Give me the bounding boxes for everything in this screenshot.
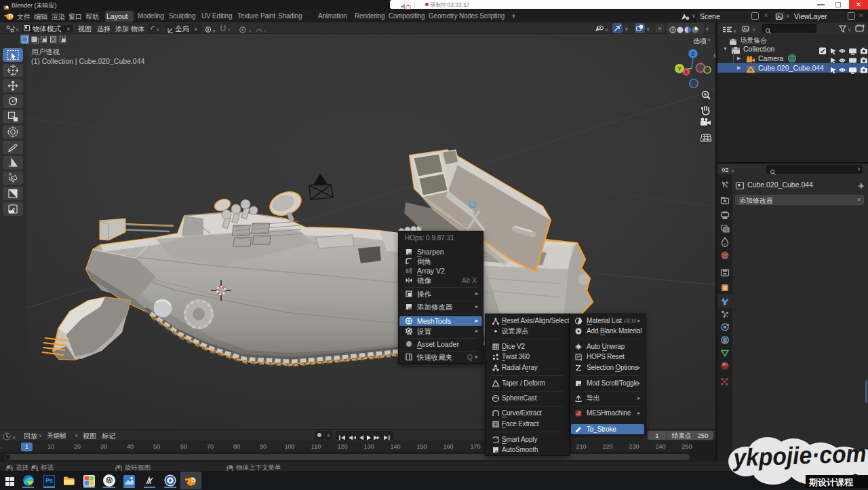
svg-text:∨: ∨ (212, 29, 216, 33)
svg-text:∨: ∨ (733, 29, 736, 33)
svg-text:∨: ∨ (848, 27, 851, 32)
svg-text:∨: ∨ (263, 29, 266, 33)
svg-text:期设计课程: 期设计课程 (808, 477, 854, 487)
svg-text:Y: Y (678, 66, 682, 72)
svg-text:∨: ∨ (731, 168, 734, 173)
svg-text:∨: ∨ (605, 27, 608, 32)
svg-text:∨: ∨ (16, 27, 19, 32)
svg-text:ykpojie·com: ykpojie·com (732, 439, 867, 472)
svg-text:X: X (685, 70, 688, 75)
svg-text:∨: ∨ (156, 27, 159, 32)
svg-text:∨: ∨ (248, 29, 252, 33)
svg-text:Z: Z (692, 51, 695, 57)
svg-text:∨: ∨ (752, 27, 755, 32)
svg-text:∨: ∨ (227, 27, 231, 32)
svg-text:∨: ∨ (12, 435, 16, 440)
